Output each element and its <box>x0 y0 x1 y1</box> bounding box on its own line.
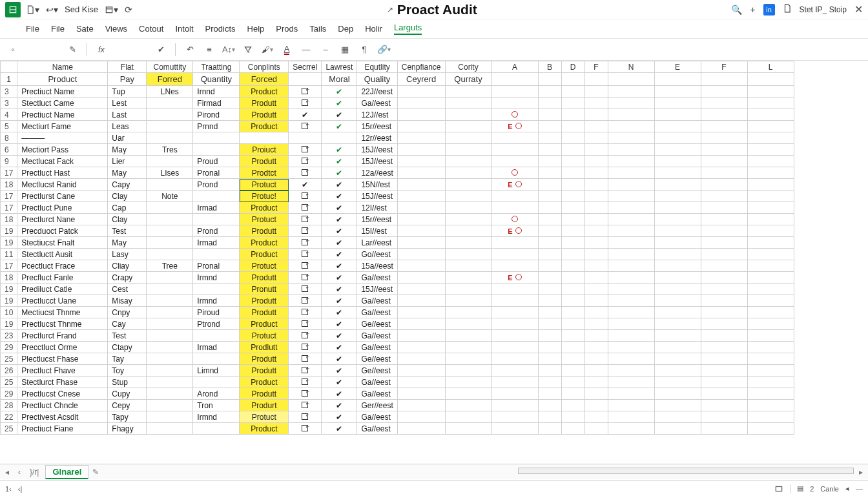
hdr2-cell[interactable]: Forced <box>240 73 289 86</box>
table-row[interactable]: 18Prectlurct NaneClayProtuct⌐✔15r//eest <box>1 214 818 225</box>
menu-item-prodicts[interactable]: Prodicts <box>205 24 236 34</box>
hdr1-cell[interactable]: Traatting <box>193 61 240 73</box>
tab-prev-icon[interactable]: ‹ <box>16 468 23 477</box>
hdr1-cell[interactable]: Comuttity <box>147 61 193 73</box>
table-row[interactable]: 5Mectiurt FameLeasPrnndProduct⌐✔15r//ees… <box>1 121 818 132</box>
para-icon[interactable]: ¶ <box>356 42 372 57</box>
check-icon[interactable]: ✔ <box>153 42 169 57</box>
table-row[interactable]: 11Stectluctt AusitLasyProduct⌐✔Go//eest <box>1 249 818 260</box>
col-letter[interactable]: E <box>654 61 701 73</box>
close-icon[interactable]: ✕ <box>854 3 863 16</box>
fx-icon[interactable]: fx <box>94 42 109 57</box>
dash-icon[interactable]: – <box>318 42 333 57</box>
paint-icon[interactable]: 🖌▾ <box>260 42 275 57</box>
table-row[interactable]: 28Prectluct ChncleCepyTronProdurt⌐✔Ger//… <box>1 400 818 411</box>
share-icon[interactable]: in <box>763 4 775 16</box>
row-num[interactable]: 1 <box>1 73 17 86</box>
menu-item-intolt[interactable]: Intolt <box>175 24 193 34</box>
hdr1-cell[interactable]: Name <box>17 61 108 73</box>
table-row[interactable]: 29Prectlucst CneseCupyArondProdutt⌐✔Ga//… <box>1 388 818 400</box>
col-letter[interactable]: L <box>747 61 794 73</box>
undo-icon[interactable]: ↩︎▾ <box>46 5 58 15</box>
hdr2-cell[interactable]: Product <box>17 73 108 86</box>
table-row[interactable]: 19Precduoct PatckTestProndProdutt⌐✔15I//… <box>1 225 818 237</box>
hdr1-cell[interactable]: Cenpfiance <box>397 61 445 73</box>
table-row[interactable]: 25Prectiuct FianeFhagyProduct⌐✔Ga//eest <box>1 423 818 435</box>
tab-edit-icon[interactable]: ✎ <box>92 468 99 477</box>
hdr2-cell[interactable]: Quantity <box>193 73 240 86</box>
font-color-icon[interactable]: A <box>279 42 294 57</box>
menu-item-holir[interactable]: Holir <box>365 24 382 34</box>
menu-item-cotout[interactable]: Cotout <box>139 24 163 34</box>
col-letter[interactable]: F <box>701 61 747 73</box>
hdr2-cell[interactable]: Quality <box>357 73 397 86</box>
list-icon[interactable]: ≡ <box>202 42 217 57</box>
sort-icon[interactable]: A↕▾ <box>221 42 236 57</box>
share-link[interactable]: Stet IP_ Stoip <box>800 5 847 14</box>
col-letter[interactable]: A <box>491 61 538 73</box>
col-letter[interactable]: B <box>538 61 561 73</box>
plus-icon[interactable]: + <box>750 5 755 15</box>
calendar-icon[interactable]: ▾ <box>105 5 118 15</box>
clipboard-icon[interactable]: ▦ <box>337 42 353 57</box>
table-row[interactable]: 17Prectluct PuneCapIrmadProduct⌐✔12I//es… <box>1 202 818 214</box>
view-normal-icon[interactable] <box>774 484 783 493</box>
hdr1-cell[interactable]: Secrrel <box>289 61 322 73</box>
table-row[interactable]: 18Precfluct FanleCrapyIrmndProdutt⌐✔Ga//… <box>1 272 818 284</box>
brush-icon[interactable]: ✎ <box>65 42 80 57</box>
menu-item-help[interactable]: Help <box>247 24 265 34</box>
table-row[interactable]: 4Prectiuct NameLastPirondProdutt✔✔12J//e… <box>1 109 818 121</box>
menu-item-sate[interactable]: Sate <box>76 24 94 34</box>
sheet-tab-active[interactable]: Glnarel <box>45 465 88 479</box>
menu-item-file[interactable]: File <box>26 24 39 34</box>
hdr2-cell[interactable]: Pay <box>108 73 147 86</box>
hdr2-cell[interactable]: Qurraty <box>445 73 491 86</box>
minus-icon[interactable]: — <box>298 42 314 57</box>
hdr2-cell[interactable]: Moral <box>322 73 357 86</box>
collapse-icon[interactable]: « <box>5 42 21 57</box>
menu-item-larguts[interactable]: Larguts <box>394 23 422 35</box>
table-row[interactable]: 19Prectlucct UaneMisayIrmndProdutt⌐✔Ga//… <box>1 295 818 307</box>
hdr2-cell[interactable]: Ceyrerd <box>397 73 445 86</box>
hdr1-cell[interactable]: Equtlity <box>357 61 397 73</box>
table-row[interactable]: 3Stectluct CameLestFirmadProdutt⌐✔Ga//ee… <box>1 98 818 109</box>
table-row[interactable]: 19Stectiucst FnaltMayIrmadProduct⌐✔Lar//… <box>1 237 818 249</box>
table-row[interactable]: 25Stectlurct FhaseStupProduct⌐✔Ga//eest <box>1 377 818 388</box>
table-row[interactable]: 3Prectiuct NameTupLNesIrnndProduct⌐✔22J/… <box>1 86 818 98</box>
menu-item-prods[interactable]: Prods <box>276 24 298 34</box>
refresh-icon[interactable]: ⟳ <box>125 5 132 15</box>
menu-item-views[interactable]: Views <box>105 24 127 34</box>
menu-item-tails[interactable]: Tails <box>309 24 326 34</box>
doc-icon[interactable]: ▾ <box>26 5 39 15</box>
hdr1-cell[interactable]: Cority <box>445 61 491 73</box>
table-row[interactable]: 23Prectlurct FrandTestProtuct⌐✔Ga//eest <box>1 330 818 342</box>
table-row[interactable]: 8———Uar12r//eest <box>1 132 818 144</box>
table-row[interactable]: 29Precctluct OrmeCtapyIrmadProdlutt⌐✔Ga/… <box>1 342 818 353</box>
hdr1-cell[interactable]: Lawrest <box>322 61 357 73</box>
table-row[interactable]: 17Prectlurst CaneClayNoteProtuc!⌐✔15J//e… <box>1 191 818 202</box>
zoom-label[interactable]: Canle <box>820 485 839 493</box>
table-row[interactable]: 10Mectiucst ThnmeCnpyPiroudProdutt⌐✔Ga//… <box>1 307 818 318</box>
table-row[interactable]: 22Prectivest AcsditTapyIrmndProtuct⌐✔Ga/… <box>1 411 818 423</box>
table-row[interactable]: 17Prectluct HastMayLIsesPronalProdtct⌐✔1… <box>1 167 818 179</box>
table-row[interactable]: 17Pcectluct FraceCliayTreePronalProtuct⌐… <box>1 260 818 272</box>
table-row[interactable]: 18Mectlucst RanidCapyProndProtuct✔✔15N//… <box>1 179 818 191</box>
spreadsheet-grid[interactable]: NameFlatComuttityTraattingConplintsSecrr… <box>0 61 818 435</box>
tab-first-icon[interactable]: ◂ <box>3 468 12 477</box>
table-row[interactable]: 25Plectlucst FhaseTayProdutt⌐✔Ge//eest <box>1 353 818 365</box>
table-row[interactable]: 9Mectlucat FackLierProudProdutt⌐✔15J//ee… <box>1 156 818 167</box>
link-tb-icon[interactable]: 🔗▾ <box>376 42 391 57</box>
h-scrollbar[interactable]: ▸ <box>103 468 865 477</box>
menu-item-dep[interactable]: Dep <box>338 24 353 34</box>
hdr1-cell[interactable]: Conplints <box>240 61 289 73</box>
search-icon[interactable]: 🔍 <box>731 5 742 15</box>
menu-item-file[interactable]: File <box>51 24 65 34</box>
hdr2-cell[interactable] <box>289 73 322 86</box>
table-row[interactable]: 6Mectiort PassMayTresProiuct⌐✔15J//eest <box>1 144 818 156</box>
zoom-chevron-icon[interactable]: ◂ <box>845 484 849 493</box>
table-row[interactable]: 19Prediluct CatleCestPronutt⌐✔15J//eest <box>1 284 818 295</box>
page-icon[interactable] <box>783 4 792 15</box>
undo-tb-icon[interactable]: ↶ <box>182 42 198 57</box>
col-letter[interactable]: F <box>584 61 608 73</box>
hdr1-cell[interactable]: Flat <box>108 61 147 73</box>
